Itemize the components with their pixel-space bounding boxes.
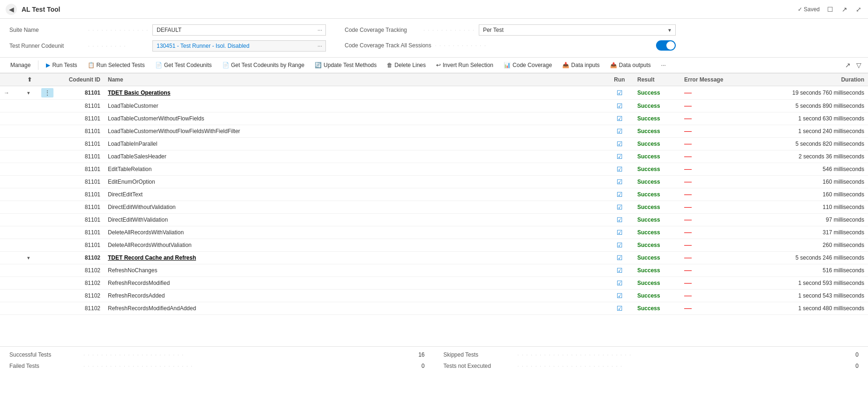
row-run[interactable]: ☑ <box>605 150 634 163</box>
row-run[interactable]: ☑ <box>605 188 634 201</box>
not-executed-row: Tests not Executed · · · · · · · · · · ·… <box>444 363 859 369</box>
row-run[interactable]: ☑ <box>605 201 634 214</box>
row-action-btn[interactable]: ⋮ <box>41 88 53 97</box>
row-codeunit-id: 81102 <box>57 302 104 315</box>
run-checkbox[interactable]: ☑ <box>617 279 623 287</box>
run-checkbox[interactable]: ☑ <box>617 229 623 236</box>
manage-button[interactable]: Manage <box>6 60 35 71</box>
track-all-toggle[interactable] <box>656 40 676 51</box>
expand-btn[interactable]: ▾ <box>27 90 30 96</box>
invert-selection-button[interactable]: ↩ Invert Run Selection <box>431 60 498 71</box>
table-row: 81102RefreshRecordsModifiedAndAdded☑Succ… <box>0 302 868 315</box>
row-run[interactable]: ☑ <box>605 290 634 302</box>
row-expand[interactable]: ▾ <box>23 252 38 264</box>
back-button[interactable]: ◀ <box>6 4 17 15</box>
run-checkbox[interactable]: ☑ <box>617 292 623 299</box>
run-checkbox[interactable]: ☑ <box>617 115 623 122</box>
row-run[interactable]: ☑ <box>605 176 634 188</box>
coverage-select[interactable]: Per Test <box>479 24 676 36</box>
table-row: 81101LoadTableInParallel☑Success—5 secon… <box>0 138 868 150</box>
run-checkbox[interactable]: ☑ <box>617 254 623 261</box>
codeunit-name-link[interactable]: TDET Basic Operations <box>108 90 170 96</box>
row-result: Success <box>634 214 680 226</box>
run-checkbox[interactable]: ☑ <box>617 216 623 224</box>
run-checkbox[interactable]: ☑ <box>617 191 623 198</box>
run-checkbox[interactable]: ☑ <box>617 178 623 186</box>
table-row: 81101DeleteAllRecordsWithoutValiation☑Su… <box>0 239 868 252</box>
get-codeunits-button[interactable]: 📄 Get Test Codeunits <box>151 60 217 71</box>
row-run[interactable]: ☑ <box>605 302 634 315</box>
row-run[interactable]: ☑ <box>605 112 634 125</box>
run-checkbox[interactable]: ☑ <box>617 305 623 312</box>
delete-lines-button[interactable]: 🗑 Delete Lines <box>382 60 430 71</box>
col-error-message[interactable]: Error Message <box>680 74 774 86</box>
row-error-message: — <box>680 277 774 290</box>
row-nav <box>0 239 23 252</box>
row-run[interactable]: ☑ <box>605 125 634 138</box>
share-icon[interactable]: ↗ <box>844 60 852 70</box>
test-runner-ellipsis-btn[interactable]: ··· <box>314 40 326 52</box>
run-checkbox[interactable]: ☑ <box>617 153 623 160</box>
row-run[interactable]: ☑ <box>605 239 634 252</box>
data-outputs-label: Data outputs <box>619 62 651 68</box>
more-button[interactable]: ··· <box>657 60 671 71</box>
app-title: AL Test Tool <box>22 6 60 13</box>
row-name: RefreshNoChanges <box>104 264 605 277</box>
update-methods-button[interactable]: 🔄 Update Test Methods <box>310 60 381 71</box>
data-inputs-button[interactable]: 📥 Data inputs <box>558 60 604 71</box>
row-run[interactable]: ☑ <box>605 86 634 100</box>
data-inputs-icon: 📥 <box>562 62 569 68</box>
row-action <box>38 112 57 125</box>
run-checkbox[interactable]: ☑ <box>617 267 623 274</box>
row-run[interactable]: ☑ <box>605 214 634 226</box>
run-tests-button[interactable]: ▶ Run Tests <box>41 60 82 71</box>
run-checkbox[interactable]: ☑ <box>617 127 623 135</box>
col-codeunit-id[interactable]: Codeunit ID <box>57 74 104 86</box>
row-expand[interactable]: ▾ <box>23 86 38 100</box>
run-checkbox[interactable]: ☑ <box>617 102 623 110</box>
get-by-range-button[interactable]: 📄 Get Test Codeunits by Range <box>218 60 309 71</box>
run-checkbox[interactable]: ☑ <box>617 89 623 97</box>
open-new-window-icon[interactable]: ↗ <box>841 5 848 14</box>
row-duration: 516 milliseconds <box>774 264 868 277</box>
run-checkbox[interactable]: ☑ <box>617 165 623 173</box>
row-expand <box>23 125 38 138</box>
col-result[interactable]: Result <box>634 74 680 86</box>
test-runner-link[interactable]: 130451 - Test Runner - Isol. Disabled <box>152 40 326 52</box>
table-row: 81102RefreshRecordsModified☑Success—1 se… <box>0 277 868 290</box>
col-run[interactable]: Run <box>605 74 634 86</box>
run-checkbox[interactable]: ☑ <box>617 241 623 249</box>
codeunit-name-link[interactable]: TDET Record Cache and Refresh <box>108 254 196 261</box>
run-checkbox[interactable]: ☑ <box>617 203 623 211</box>
row-error-message: — <box>680 163 774 176</box>
row-action <box>38 188 57 201</box>
row-name: EditEnumOrOption <box>104 176 605 188</box>
coverage-button[interactable]: 📊 Code Coverage <box>499 60 557 71</box>
row-run[interactable]: ☑ <box>605 264 634 277</box>
row-duration: 317 milliseconds <box>774 226 868 239</box>
col-name[interactable]: Name <box>104 74 605 86</box>
row-action <box>38 150 57 163</box>
row-codeunit-id: 81101 <box>57 163 104 176</box>
sort-icon[interactable]: ⬆ <box>27 76 32 83</box>
bookmark-icon[interactable]: ☐ <box>826 5 834 14</box>
row-run[interactable]: ☑ <box>605 163 634 176</box>
row-run[interactable]: ☑ <box>605 277 634 290</box>
run-checkbox[interactable]: ☑ <box>617 140 623 148</box>
suite-name-ellipsis-btn[interactable]: ··· <box>314 24 326 36</box>
row-run[interactable]: ☑ <box>605 138 634 150</box>
row-error-message: — <box>680 176 774 188</box>
table-row: 81101EditTableRelation☑Success—546 milli… <box>0 163 868 176</box>
run-selected-button[interactable]: 📋 Run Selected Tests <box>83 60 150 71</box>
filter-icon[interactable]: ▽ <box>855 60 862 70</box>
row-run[interactable]: ☑ <box>605 100 634 112</box>
expand-btn[interactable]: ▾ <box>27 255 30 261</box>
expand-icon[interactable]: ⤢ <box>855 5 862 14</box>
skipped-tests-label: Skipped Tests <box>444 351 514 358</box>
row-run[interactable]: ☑ <box>605 226 634 239</box>
suite-name-input[interactable] <box>152 24 326 36</box>
coverage-tracking-row: Code Coverage Tracking · · · · · · · · ·… <box>345 24 676 36</box>
row-run[interactable]: ☑ <box>605 252 634 264</box>
data-outputs-button[interactable]: 📤 Data outputs <box>605 60 656 71</box>
col-duration[interactable]: Duration <box>774 74 868 86</box>
